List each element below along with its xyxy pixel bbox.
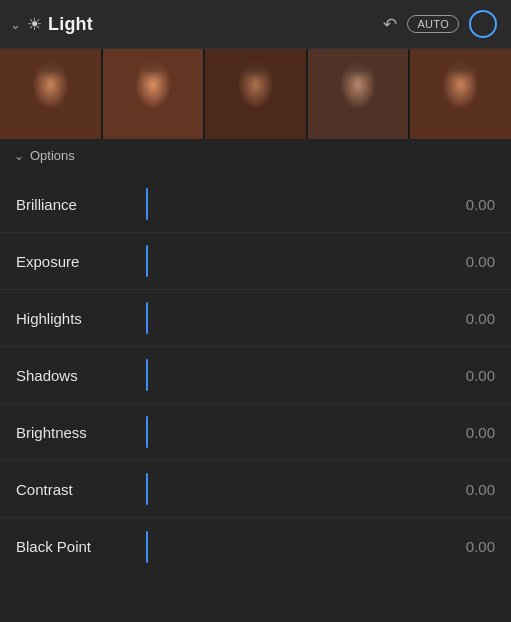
slider-track-highlights[interactable]: 0.00 [146, 290, 495, 346]
slider-value-shadows: 0.00 [445, 367, 495, 384]
slider-value-exposure: 0.00 [445, 253, 495, 270]
slider-track-black-point[interactable]: 0.00 [146, 518, 495, 575]
slider-track-exposure[interactable]: 0.00 [146, 233, 495, 289]
undo-button[interactable]: ↶ [383, 14, 397, 35]
slider-value-brilliance: 0.00 [445, 196, 495, 213]
slider-track-brilliance[interactable]: 0.00 [146, 176, 495, 232]
slider-track-shadows[interactable]: 0.00 [146, 347, 495, 403]
slider-row-exposure[interactable]: Exposure0.00 [0, 233, 511, 290]
slider-label-exposure: Exposure [16, 253, 146, 270]
light-panel: ⌄ ☀ Light ↶ AUTO [0, 0, 511, 622]
auto-button[interactable]: AUTO [407, 15, 459, 33]
thumbnail-5[interactable] [410, 49, 511, 139]
panel-header: ⌄ ☀ Light ↶ AUTO [0, 0, 511, 49]
collapse-chevron-icon[interactable]: ⌄ [10, 17, 21, 32]
slider-indicator-shadows [146, 359, 148, 391]
slider-label-highlights: Highlights [16, 310, 146, 327]
thumbnail-3[interactable] [205, 49, 306, 139]
header-actions: ↶ AUTO [383, 10, 497, 38]
slider-track-contrast[interactable]: 0.00 [146, 461, 495, 517]
slider-label-shadows: Shadows [16, 367, 146, 384]
slider-row-brightness[interactable]: Brightness0.00 [0, 404, 511, 461]
thumbnail-1[interactable] [0, 49, 101, 139]
slider-row-shadows[interactable]: Shadows0.00 [0, 347, 511, 404]
image-strip [0, 49, 511, 139]
options-label: Options [30, 148, 75, 163]
slider-label-contrast: Contrast [16, 481, 146, 498]
toggle-circle-button[interactable] [469, 10, 497, 38]
thumbnail-2[interactable] [103, 49, 204, 139]
sliders-container: Brilliance0.00Exposure0.00Highlights0.00… [0, 172, 511, 622]
slider-value-highlights: 0.00 [445, 310, 495, 327]
panel-title: Light [48, 14, 93, 35]
slider-value-contrast: 0.00 [445, 481, 495, 498]
slider-label-brilliance: Brilliance [16, 196, 146, 213]
slider-row-brilliance[interactable]: Brilliance0.00 [0, 176, 511, 233]
thumbnail-4[interactable] [308, 49, 409, 139]
slider-indicator-brightness [146, 416, 148, 448]
slider-value-black-point: 0.00 [445, 538, 495, 555]
slider-indicator-exposure [146, 245, 148, 277]
options-chevron-icon: ⌄ [14, 149, 24, 163]
slider-indicator-contrast [146, 473, 148, 505]
slider-row-highlights[interactable]: Highlights0.00 [0, 290, 511, 347]
slider-indicator-highlights [146, 302, 148, 334]
slider-label-black-point: Black Point [16, 538, 146, 555]
slider-indicator-black-point [146, 531, 148, 563]
slider-indicator-brilliance [146, 188, 148, 220]
header-left: ⌄ ☀ Light [10, 14, 383, 35]
slider-label-brightness: Brightness [16, 424, 146, 441]
sun-icon: ☀ [27, 14, 42, 35]
slider-row-black-point[interactable]: Black Point0.00 [0, 518, 511, 575]
slider-row-contrast[interactable]: Contrast0.00 [0, 461, 511, 518]
slider-value-brightness: 0.00 [445, 424, 495, 441]
slider-track-brightness[interactable]: 0.00 [146, 404, 495, 460]
options-header[interactable]: ⌄ Options [0, 139, 511, 172]
